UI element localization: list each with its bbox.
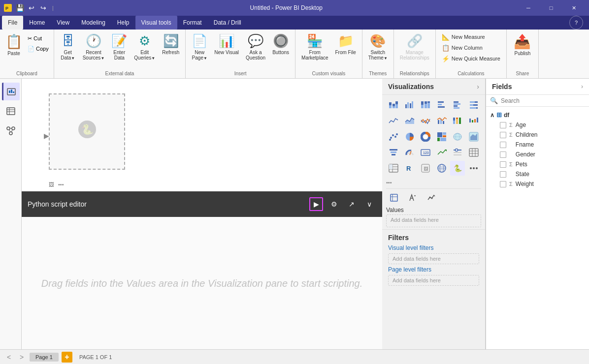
page-next-button[interactable]: > [17,353,27,361]
field-checkbox-fname[interactable] [500,142,506,148]
viz-panel-expand-icon[interactable]: › [477,83,479,91]
viz-card[interactable]: 123 [418,145,433,160]
field-item-pets[interactable]: Σ Pets [486,159,589,169]
new-page-button[interactable]: 📄 NewPage▼ [189,31,210,66]
viz-gauge[interactable] [402,145,417,160]
publish-button[interactable]: 📤 Publish [510,31,535,66]
field-item-age[interactable]: Σ Age [486,120,589,130]
values-drop-zone[interactable]: Add data fields here [386,214,481,227]
page-level-filters-label[interactable]: Page level filters [388,266,479,273]
viz-pie[interactable] [402,129,417,144]
field-checkbox-age[interactable] [500,122,506,128]
field-item-children[interactable]: Σ Children [486,130,589,140]
visual-expand-icon[interactable]: 🖼 [49,182,54,187]
canvas-content[interactable]: ▶ 🐍 🖼 ••• Run Script Button [22,79,382,191]
viz-bar-h2[interactable] [450,98,465,113]
sidebar-report-icon[interactable] [2,83,20,100]
field-item-state[interactable]: Σ State [486,169,589,179]
menu-modeling[interactable]: Modeling [75,16,111,30]
menu-home[interactable]: Home [23,16,51,30]
new-measure-button[interactable]: 📐 New Measure [439,31,503,42]
redo-button[interactable]: ↪ [38,3,48,13]
help-button[interactable]: ? [569,16,583,30]
field-item-gender[interactable]: Σ Gender [486,150,589,159]
script-settings-button[interactable]: ⚙ [327,197,341,211]
viz-more-button[interactable]: ••• [382,179,485,186]
viz-funnel[interactable] [386,145,401,160]
viz-matrix[interactable] [386,161,401,176]
viz-scatter[interactable] [386,129,401,144]
page-tab-1[interactable]: Page 1 [30,353,59,362]
visual-level-filters-label[interactable]: Visual level filters [388,244,479,251]
viz-100-stacked[interactable] [418,98,433,113]
viz-format-tab[interactable] [405,192,421,204]
viz-fields-tab[interactable] [386,192,402,204]
viz-ribbon[interactable] [450,114,465,128]
viz-slicer[interactable] [450,145,465,160]
viz-bar-line[interactable] [434,114,449,128]
new-column-button[interactable]: 📋 New Column [439,42,503,53]
maximize-button[interactable]: □ [540,0,562,16]
save-button[interactable]: 💾 [15,3,25,13]
viz-treemap[interactable] [434,129,449,144]
copy-button[interactable]: 📄 Copy [26,44,51,54]
viz-stacked-bar[interactable] [386,98,401,113]
fields-expand-icon[interactable]: › [581,83,583,90]
page-level-drop[interactable]: Add data fields here [388,275,479,286]
from-marketplace-button[interactable]: 🏪 FromMarketplace [298,31,331,66]
sidebar-model-icon[interactable] [2,122,20,140]
field-checkbox-children[interactable] [500,132,506,138]
viz-filled-map[interactable] [466,129,481,144]
page-prev-button[interactable]: < [4,353,14,361]
viz-line[interactable] [386,114,401,128]
viz-python[interactable]: 🐍 [450,161,465,176]
field-checkbox-gender[interactable] [500,152,506,158]
switch-theme-button[interactable]: 🎨 SwitchTheme▼ [365,31,391,66]
field-checkbox-weight[interactable] [500,181,506,187]
minimize-button[interactable]: ─ [517,0,540,16]
viz-clustered-bar[interactable] [402,98,417,113]
new-visual-button[interactable]: 📊 New Visual [211,31,242,66]
script-expand-button[interactable]: ↗ [345,197,359,211]
viz-globe[interactable] [434,161,449,176]
script-collapse-button[interactable]: ∨ [362,197,376,211]
field-group-header-df[interactable]: ∧ ⊞ df [486,110,589,120]
field-item-fname[interactable]: Σ Fname [486,140,589,150]
close-button[interactable]: ✕ [562,0,585,16]
viz-more-icon[interactable] [466,161,481,176]
ask-question-button[interactable]: 💬 Ask aQuestion [243,31,268,66]
visual-more-icon[interactable]: ••• [58,182,64,187]
field-checkbox-pets[interactable] [500,161,506,168]
menu-file[interactable]: File [2,16,23,30]
undo-button[interactable]: ↩ [27,3,36,13]
viz-table[interactable] [466,145,481,160]
sidebar-data-icon[interactable] [2,102,20,120]
buttons-button[interactable]: 🔘 Buttons [269,31,292,66]
field-item-weight[interactable]: Σ Weight [486,179,589,189]
recent-sources-button[interactable]: 🕐 RecentSources▼ [80,31,108,66]
viz-r-visual[interactable]: R [402,161,417,176]
viz-area[interactable] [402,114,417,128]
add-page-button[interactable]: + [62,352,72,363]
menu-view[interactable]: View [51,16,75,30]
menu-format[interactable]: Format [177,16,208,30]
cut-button[interactable]: ✂ Cut [26,33,51,43]
viz-line2[interactable] [418,114,433,128]
viz-analytics-tab[interactable] [424,192,439,204]
viz-donut[interactable] [418,129,433,144]
enter-data-button[interactable]: 📝 EnterData [108,31,130,66]
viz-bar-horizontal[interactable] [434,98,449,113]
menu-help[interactable]: Help [111,16,135,30]
viz-waterfall[interactable] [466,114,481,128]
new-quick-measure-button[interactable]: ⚡ New Quick Measure [439,53,503,64]
from-file-button[interactable]: 📁 From File [332,31,359,66]
run-script-button[interactable]: ▶ [309,197,323,211]
viz-bar-h3[interactable] [466,98,481,113]
viz-custom[interactable]: 🖼 [418,161,433,176]
edit-queries-button[interactable]: ⚙ EditQueries▼ [131,31,158,66]
field-checkbox-state[interactable] [500,171,506,178]
fields-search-input[interactable] [501,97,585,104]
paste-button[interactable]: 📋 Paste [3,31,25,66]
manage-relationships-button[interactable]: 🔗 ManageRelationships [397,31,432,66]
menu-data-drill[interactable]: Data / Drill [208,16,247,30]
